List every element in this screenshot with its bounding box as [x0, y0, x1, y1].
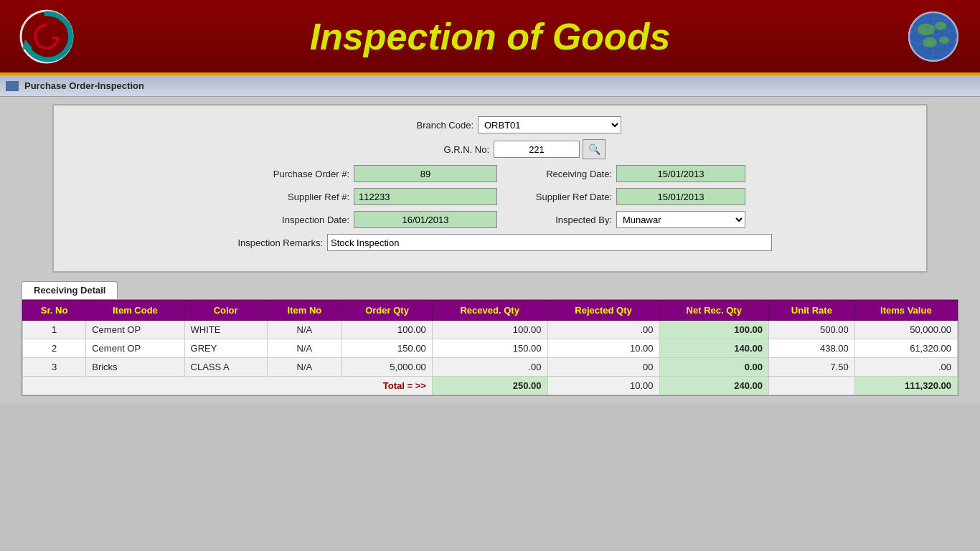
globe-icon	[901, 4, 966, 69]
cell-item_code: Cement OP	[86, 321, 184, 339]
cell-color: GREY	[184, 339, 267, 358]
page-title: Inspection of Goods	[79, 15, 901, 58]
window-icon	[6, 81, 19, 91]
cell-order_qty: 100.00	[342, 321, 433, 339]
receiving-date-pair: Receiving Date:	[519, 165, 745, 182]
inspected-by-pair: Inspected By: Munawar	[519, 211, 745, 228]
col-items-value: Items Value	[854, 301, 957, 321]
total-cell: 250.00	[432, 377, 547, 395]
cell-unit_rate: 438.00	[769, 339, 855, 358]
cell-item_no: N/A	[267, 321, 342, 339]
supplier-ref-date-pair: Supplier Ref Date:	[519, 188, 745, 205]
svg-point-6	[939, 37, 949, 44]
branch-code-label: Branch Code:	[359, 120, 473, 131]
cell-net_rec_qty: 140.00	[659, 339, 768, 358]
supplier-ref-date-label: Supplier Ref Date:	[519, 192, 612, 202]
remarks-row: Inspection Remarks:	[68, 234, 912, 251]
total-cell: 240.00	[659, 377, 768, 395]
cell-receved_qty: 100.00	[432, 321, 547, 339]
cell-item_no: N/A	[267, 358, 342, 377]
remarks-label: Inspection Remarks:	[208, 237, 323, 248]
cell-net_rec_qty: 0.00	[659, 358, 768, 377]
total-cell: 10.00	[547, 377, 659, 395]
grn-label: G.R.N. No:	[374, 144, 489, 155]
branch-code-row: Branch Code: ORBT01	[68, 116, 912, 133]
data-table-wrapper: Sr. No Item Code Color Item No Order Qty…	[22, 299, 958, 396]
col-color: Color	[184, 301, 267, 321]
col-unit-rate: Unit Rate	[769, 301, 855, 321]
supplier-ref-date-input[interactable]	[616, 188, 745, 205]
inspection-date-label: Inspection Date:	[235, 215, 349, 225]
total-cell: Total = >>	[23, 377, 433, 395]
inspected-by-label: Inspected By:	[519, 215, 612, 225]
cell-receved_qty: .00	[432, 358, 547, 377]
cell-rejected_qty: 10.00	[547, 339, 659, 358]
col-item-no: Item No	[267, 301, 342, 321]
inspection-date-input[interactable]	[354, 211, 497, 228]
supplier-ref-label: Supplier Ref #:	[235, 192, 349, 202]
tab-section: Receiving Detail Sr. No Item Code Color …	[14, 281, 966, 396]
grn-input[interactable]	[494, 141, 580, 158]
cell-color: CLASS A	[184, 358, 267, 377]
table-row: 3BricksCLASS AN/A5,000.00.00000.007.50.0…	[23, 358, 958, 377]
cell-items_value: .00	[854, 358, 957, 377]
cell-sr: 2	[23, 339, 86, 358]
cell-net_rec_qty: 100.00	[659, 321, 768, 339]
po-receiving-row: Purchase Order #: Receiving Date:	[68, 165, 912, 182]
cell-items_value: 61,320.00	[854, 339, 957, 358]
app-header: Inspection of Goods	[0, 0, 980, 75]
cell-rejected_qty: 00	[547, 358, 659, 377]
table-row: 2Cement OPGREYN/A150.00150.0010.00140.00…	[23, 339, 958, 358]
col-sr-no: Sr. No	[23, 301, 86, 321]
cell-order_qty: 150.00	[342, 339, 433, 358]
main-content: Branch Code: ORBT01 G.R.N. No: 🔍 Purchas…	[0, 97, 980, 403]
cell-item_no: N/A	[267, 339, 342, 358]
po-input[interactable]	[354, 165, 497, 182]
receiving-table: Sr. No Item Code Color Item No Order Qty…	[22, 300, 958, 395]
company-logo	[14, 4, 79, 69]
po-label: Purchase Order #:	[235, 169, 349, 179]
supplier-ref-row: Supplier Ref #: Supplier Ref Date:	[68, 188, 912, 205]
receiving-date-input[interactable]	[616, 165, 745, 182]
total-cell: 111,320.00	[854, 377, 957, 395]
grn-row: G.R.N. No: 🔍	[68, 139, 912, 159]
cell-items_value: 50,000.00	[854, 321, 957, 339]
inspection-row: Inspection Date: Inspected By: Munawar	[68, 211, 912, 228]
total-cell	[769, 377, 855, 395]
remarks-input[interactable]	[327, 234, 772, 251]
branch-code-select[interactable]: ORBT01	[478, 116, 621, 133]
cell-sr: 3	[23, 358, 86, 377]
subheader-bar: Purchase Order-Inspection	[0, 75, 980, 97]
total-row: Total = >>250.0010.00240.00111,320.00	[23, 377, 958, 395]
col-net-rec-qty: Net Rec. Qty	[659, 301, 768, 321]
grn-search-button[interactable]: 🔍	[583, 139, 606, 159]
tab-receiving-detail[interactable]: Receiving Detail	[22, 281, 118, 299]
table-row: 1Cement OPWHITEN/A100.00100.00.00100.005…	[23, 321, 958, 339]
svg-marker-1	[22, 39, 32, 50]
inspected-by-select[interactable]: Munawar	[616, 211, 745, 228]
cell-receved_qty: 150.00	[432, 339, 547, 358]
col-receved-qty: Receved. Qty	[432, 301, 547, 321]
col-rejected-qty: Rejected Qty	[547, 301, 659, 321]
cell-item_code: Bricks	[86, 358, 184, 377]
svg-point-5	[923, 37, 937, 47]
form-panel: Branch Code: ORBT01 G.R.N. No: 🔍 Purchas…	[52, 104, 928, 273]
col-order-qty: Order Qty	[342, 301, 433, 321]
receiving-date-label: Receiving Date:	[519, 169, 612, 179]
table-header-row: Sr. No Item Code Color Item No Order Qty…	[23, 301, 958, 321]
cell-item_code: Cement OP	[86, 339, 184, 358]
supplier-ref-input[interactable]	[354, 188, 497, 205]
tab-bar: Receiving Detail	[22, 281, 958, 299]
cell-unit_rate: 500.00	[769, 321, 855, 339]
cell-color: WHITE	[184, 321, 267, 339]
cell-sr: 1	[23, 321, 86, 339]
col-item-code: Item Code	[86, 301, 184, 321]
subheader-label: Purchase Order-Inspection	[24, 80, 144, 91]
cell-order_qty: 5,000.00	[342, 358, 433, 377]
cell-unit_rate: 7.50	[769, 358, 855, 377]
cell-rejected_qty: .00	[547, 321, 659, 339]
